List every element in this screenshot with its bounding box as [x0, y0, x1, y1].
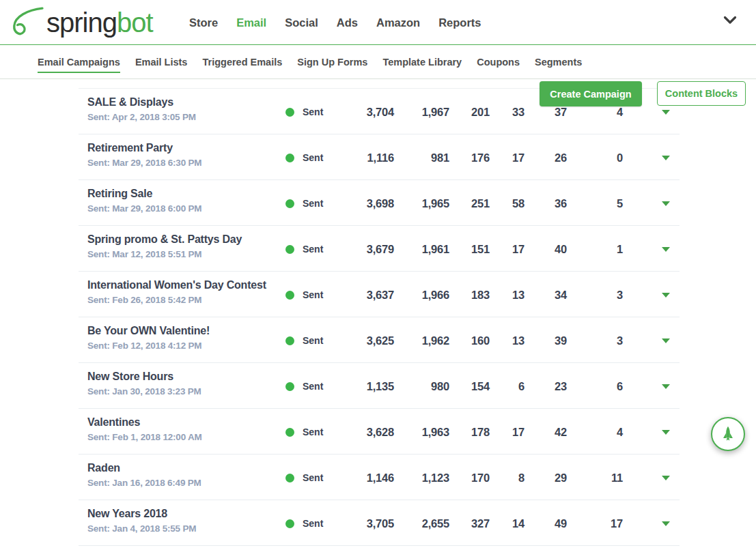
campaign-name-link[interactable]: Raden	[87, 462, 120, 474]
row-expand-caret-icon[interactable]	[662, 201, 670, 206]
stat-value: 8	[490, 472, 524, 485]
stat-value: 3	[582, 334, 623, 347]
stat-value: 33	[490, 106, 524, 119]
scroll-to-top-button[interactable]	[711, 417, 745, 451]
stat-value: 1,963	[395, 426, 449, 439]
content-blocks-button[interactable]: Content Blocks	[657, 81, 746, 106]
stat-value: 37	[533, 106, 567, 119]
campaign-name-link[interactable]: Retiring Sale	[87, 188, 152, 200]
nav-item-amazon[interactable]: Amazon	[376, 16, 420, 29]
row-expand-caret-icon[interactable]	[662, 384, 670, 389]
stat-value: 151	[449, 243, 490, 256]
rocket-icon	[719, 425, 737, 443]
status-label: Sent	[303, 198, 323, 209]
nav-item-email[interactable]: Email	[236, 16, 266, 29]
nav-item-reports[interactable]: Reports	[438, 16, 481, 29]
campaign-name-link[interactable]: Valentines	[87, 416, 140, 429]
stat-value: 6	[582, 380, 623, 393]
tab-segments[interactable]: Segments	[535, 57, 582, 68]
stat-value: 3,704	[339, 106, 394, 119]
stat-value: 3,698	[339, 197, 394, 210]
sprout-icon	[7, 5, 45, 40]
tab-triggered-emails[interactable]: Triggered Emails	[202, 57, 282, 68]
campaign-sent-date: Sent: Feb 26, 2018 5:42 PM	[87, 295, 201, 305]
create-campaign-button[interactable]: Create Campaign	[540, 81, 642, 106]
campaign-name-link[interactable]: New Years 2018	[87, 508, 167, 520]
logo-wordmark: springbot	[46, 5, 153, 40]
stat-value: 4	[582, 106, 623, 119]
status-dot-icon	[285, 519, 294, 528]
status-dot-icon	[285, 108, 294, 117]
stat-value: 14	[490, 517, 524, 530]
row-expand-caret-icon[interactable]	[662, 476, 670, 480]
nav-item-social[interactable]: Social	[285, 16, 318, 29]
stat-value: 981	[395, 152, 449, 164]
table-row: Valentines Sent: Feb 1, 2018 12:00 AM Se…	[79, 409, 680, 455]
table-row: Be Your OWN Valentine! Sent: Feb 12, 201…	[79, 317, 680, 363]
stat-value: 251	[449, 197, 490, 210]
row-expand-caret-icon[interactable]	[662, 430, 670, 435]
stat-value: 17	[582, 517, 623, 530]
status-dot-icon	[285, 382, 294, 391]
stat-value: 1,966	[395, 289, 449, 302]
stat-value: 980	[395, 380, 449, 393]
stat-value: 178	[449, 426, 490, 439]
status-label: Sent	[303, 427, 323, 437]
springbot-logo[interactable]: springbot	[7, 5, 153, 40]
tab-coupons[interactable]: Coupons	[477, 57, 520, 68]
stat-value: 160	[449, 334, 490, 347]
stat-value: 29	[533, 472, 567, 485]
status-dot-icon	[285, 154, 294, 162]
top-nav: StoreEmailSocialAdsAmazonReports	[189, 0, 481, 45]
tab-email-lists[interactable]: Email Lists	[135, 57, 188, 68]
table-row: Retirement Party Sent: Mar 29, 2018 6:30…	[79, 134, 680, 180]
tab-email-campaigns[interactable]: Email Campaigns	[38, 57, 120, 68]
tab-sign-up-forms[interactable]: Sign Up Forms	[297, 57, 367, 68]
stat-value: 5	[582, 197, 623, 210]
status-dot-icon	[285, 245, 294, 254]
campaign-name-link[interactable]: SALE & Displays	[87, 96, 173, 109]
stat-value: 170	[449, 472, 490, 485]
campaign-name-link[interactable]: Be Your OWN Valentine!	[87, 325, 210, 337]
campaign-name-link[interactable]: Spring promo & St. Pattys Day	[87, 233, 242, 246]
campaign-sent-date: Sent: Feb 12, 2018 4:12 PM	[87, 341, 201, 351]
row-expand-caret-icon[interactable]	[662, 110, 670, 115]
campaign-name-link[interactable]: International Women's Day Contest	[87, 279, 266, 291]
campaign-sent-date: Sent: Mar 29, 2018 6:30 PM	[87, 158, 201, 168]
stat-value: 26	[533, 152, 567, 164]
status-dot-icon	[285, 474, 294, 482]
top-header: springbot StoreEmailSocialAdsAmazonRepor…	[0, 0, 756, 45]
row-expand-caret-icon[interactable]	[662, 156, 670, 160]
table-row: New Store Hours Sent: Jan 30, 2018 3:23 …	[79, 363, 680, 409]
stat-value: 11	[582, 472, 623, 485]
status-label: Sent	[303, 244, 323, 255]
stat-value: 23	[533, 380, 567, 393]
campaign-rows: SALE & Displays Sent: Apr 2, 2018 3:05 P…	[79, 88, 680, 546]
campaign-name-link[interactable]: New Store Hours	[87, 371, 173, 383]
table-row: International Women's Day Contest Sent: …	[79, 272, 680, 317]
stat-value: 176	[449, 152, 490, 164]
stat-value: 6	[490, 380, 524, 393]
stat-value: 1,146	[339, 472, 394, 485]
row-expand-caret-icon[interactable]	[662, 521, 670, 526]
campaign-sent-date: Sent: Jan 16, 2018 6:49 PM	[87, 478, 201, 488]
campaign-name-link[interactable]: Retirement Party	[87, 142, 173, 154]
stat-value: 36	[533, 197, 567, 210]
stat-value: 13	[490, 289, 524, 302]
nav-item-ads[interactable]: Ads	[337, 16, 358, 29]
row-expand-caret-icon[interactable]	[662, 247, 670, 252]
row-expand-caret-icon[interactable]	[662, 338, 670, 343]
campaign-sent-date: Sent: Feb 1, 2018 12:00 AM	[87, 432, 202, 442]
campaign-sent-date: Sent: Mar 12, 2018 5:51 PM	[87, 249, 201, 259]
tab-template-library[interactable]: Template Library	[382, 57, 462, 68]
chevron-down-icon[interactable]	[723, 16, 737, 25]
campaign-sent-date: Sent: Jan 30, 2018 3:23 PM	[87, 386, 201, 396]
status-label: Sent	[303, 518, 323, 529]
campaign-sent-date: Sent: Mar 29, 2018 6:00 PM	[87, 203, 201, 214]
stat-value: 39	[533, 334, 567, 347]
stat-value: 49	[533, 517, 567, 530]
stat-value: 42	[533, 426, 567, 439]
row-expand-caret-icon[interactable]	[662, 293, 670, 298]
email-sub-nav: Email CampaignsEmail ListsTriggered Emai…	[0, 46, 756, 79]
nav-item-store[interactable]: Store	[189, 16, 218, 29]
